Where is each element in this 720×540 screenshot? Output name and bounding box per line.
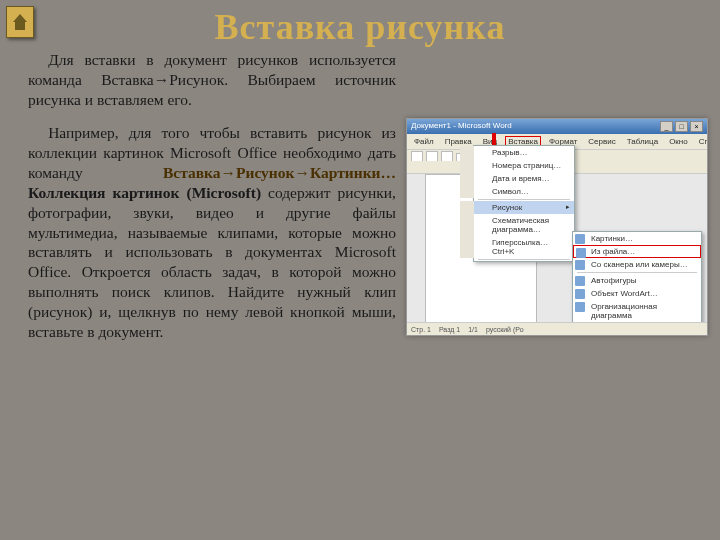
sm-scanner[interactable]: Со сканера или камеры… — [573, 258, 701, 271]
paragraph-2: Например, для того чтобы вставить рисуно… — [28, 123, 396, 341]
window-title-text: Документ1 - Microsoft Word — [411, 121, 512, 132]
p2-command: Вставка→Рисунок→Картинки… — [163, 164, 396, 181]
menu-file[interactable]: Файл — [411, 136, 437, 147]
sm-wordart-label: Объект WordArt… — [591, 289, 658, 298]
sm-scanner-label: Со сканера или камеры… — [591, 260, 688, 269]
picture-submenu: Картинки… Из файла… Со сканера или камер… — [572, 231, 702, 336]
orgchart-icon — [575, 302, 585, 312]
window-titlebar: Документ1 - Microsoft Word _ □ × — [407, 119, 707, 134]
status-section: Разд 1 — [439, 326, 460, 333]
sm-clipart-label: Картинки… — [591, 234, 633, 243]
menu-table[interactable]: Таблица — [624, 136, 661, 147]
menu-window[interactable]: Окно — [666, 136, 691, 147]
menu-tools[interactable]: Сервис — [585, 136, 618, 147]
sm-fromfile[interactable]: Из файла… — [573, 245, 701, 258]
sm-orgchart[interactable]: Организационная диаграмма — [573, 300, 701, 322]
sm-clipart[interactable]: Картинки… — [573, 232, 701, 245]
file-icon — [576, 248, 586, 258]
window-controls: _ □ × — [660, 121, 703, 132]
dd-sep2 — [478, 259, 570, 260]
status-lang: русский (Ро — [486, 326, 524, 333]
home-icon — [13, 14, 27, 22]
screenshot-column: Документ1 - Microsoft Word _ □ × Файл Пр… — [406, 50, 706, 356]
slide-title: Вставка рисунка — [0, 0, 720, 48]
dd-hyperlink[interactable]: Гиперссылка… Ctrl+K — [460, 236, 574, 258]
sm-fromfile-label: Из файла… — [591, 247, 635, 256]
paragraph-1: Для вставки в документ рисунков использу… — [28, 50, 396, 109]
statusbar: Стр. 1 Разд 1 1/1 русский (Ро — [407, 322, 707, 335]
home-button[interactable] — [6, 6, 34, 38]
insert-dropdown: Разрыв… Номера страниц… Дата и время… Си… — [473, 145, 575, 262]
shapes-icon — [575, 276, 585, 286]
word-screenshot: Документ1 - Microsoft Word _ □ × Файл Пр… — [406, 118, 708, 336]
dd-break[interactable]: Разрыв… — [460, 146, 574, 159]
dd-diagram[interactable]: Схематическая диаграмма… — [460, 214, 574, 236]
dd-datetime[interactable]: Дата и время… — [460, 172, 574, 185]
p2-rest: содержит рисунки, фотографии, звуки, вид… — [28, 184, 396, 340]
dd-pagenum[interactable]: Номера страниц… — [460, 159, 574, 172]
close-icon[interactable]: × — [690, 121, 703, 132]
menu-help[interactable]: Справка — [696, 136, 708, 147]
clipart-icon — [575, 234, 585, 244]
status-page: Стр. 1 — [411, 326, 431, 333]
scanner-icon — [575, 260, 585, 270]
wordart-icon — [575, 289, 585, 299]
dd-symbol[interactable]: Символ… — [460, 185, 574, 198]
dd-sep1 — [478, 199, 570, 200]
sm-orgchart-label: Организационная диаграмма — [591, 302, 657, 320]
dd-picture[interactable]: Рисунок — [460, 201, 574, 214]
maximize-icon[interactable]: □ — [675, 121, 688, 132]
sm-sep1 — [577, 272, 697, 273]
minimize-icon[interactable]: _ — [660, 121, 673, 132]
p2-collection: Коллекция картинок (Microsoft) — [28, 184, 261, 201]
sm-autoshapes-label: Автофигуры — [591, 276, 637, 285]
sm-wordart[interactable]: Объект WordArt… — [573, 287, 701, 300]
sm-autoshapes[interactable]: Автофигуры — [573, 274, 701, 287]
text-column: Для вставки в документ рисунков использу… — [28, 50, 396, 356]
status-count: 1/1 — [468, 326, 478, 333]
content-row: Для вставки в документ рисунков использу… — [0, 48, 720, 356]
